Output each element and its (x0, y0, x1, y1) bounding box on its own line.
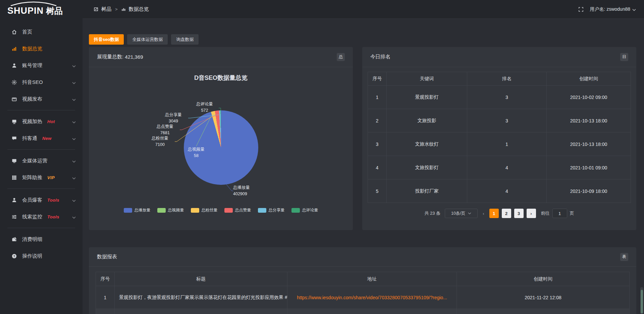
gear-icon (11, 79, 17, 85)
sidebar-item-account[interactable]: 账号管理 (0, 57, 83, 74)
page-size-select[interactable]: 10条/页 (445, 209, 478, 218)
legend-item-plays[interactable]: 总播放量 (124, 207, 151, 213)
report-panel-header: 数据报表 表 (89, 247, 636, 267)
main-content: 抖音seo数据 全媒体运营数据 询盘数据 展现量总数: 421,369 总 D音… (83, 19, 644, 314)
sidebar-item-clue-monitor[interactable]: 线索监控 Tools (0, 208, 83, 225)
legend-item-likes[interactable]: 总点赞量 (224, 207, 251, 213)
goto-page: 前往 页 (541, 209, 574, 218)
sidebar-item-label: 抖音SEO (22, 79, 43, 86)
sidebar-item-consumption-detail[interactable]: 消费明细 (0, 231, 83, 248)
page-button-3[interactable]: 3 (514, 209, 524, 218)
table-row[interactable]: 5投影灯厂家42021-10-09 18:00 (368, 179, 631, 203)
sidebar-item-label: 数据总览 (22, 46, 42, 52)
sidebar-item-label: 线索监控 (22, 214, 42, 220)
chevron-down-icon (72, 214, 76, 220)
sidebar-item-label: 首页 (22, 29, 32, 35)
pie-label-likes: 总点赞量 7681 (150, 123, 180, 136)
logo-arc (8, 1, 59, 6)
chart-title: D音SEO数据量总览 (89, 74, 353, 82)
user-icon (11, 62, 17, 68)
total-view-badge[interactable]: 总 (337, 53, 345, 61)
sidebar-item-label: 账号管理 (22, 62, 42, 69)
grid-icon (11, 174, 17, 180)
sidebar-item-doukertong[interactable]: 抖客通 New (0, 130, 83, 147)
sidebar-item-douyin-seo[interactable]: 抖音SEO (0, 74, 83, 91)
table-row[interactable]: 4文旅投影灯42021-10-01 09:00 (368, 156, 631, 179)
sidebar-divider (7, 149, 75, 150)
scrollbar-thumb[interactable] (641, 290, 643, 313)
logo-cjk-text: 树品 (46, 5, 63, 16)
page-button-1[interactable]: 1 (489, 209, 499, 218)
legend-swatch (124, 208, 132, 213)
chevron-down-icon (72, 96, 76, 102)
chart-legend: 总播放量 总视频量 总粉丝量 总点赞量 总分享量 总评论量 (89, 207, 353, 213)
sidebar-item-matrix-boost[interactable]: 矩阵助推 VIP (0, 169, 83, 186)
chevron-down-icon (72, 158, 76, 164)
sidebar-item-label: 全媒体运营 (22, 158, 47, 164)
legend-swatch (191, 208, 199, 213)
goto-page-input[interactable] (552, 209, 567, 218)
table-row[interactable] (96, 309, 630, 314)
sidebar-item-member-baoke[interactable]: 会员爆客 Tools (0, 192, 83, 208)
wallet-icon (11, 236, 17, 242)
pagination: 共 23 条 10条/页 ‹ 1 2 3 › 前往 页 (362, 209, 636, 218)
chevron-down-icon (468, 212, 471, 214)
sidebar-item-media-operation[interactable]: 全媒体运营 (0, 152, 83, 169)
daily-view-badge[interactable]: 日 (620, 53, 628, 61)
table-row[interactable]: 1景观投影灯32021-10-02 09:00 (368, 86, 631, 109)
sidebar-item-data-overview[interactable]: 数据总览 (0, 40, 83, 57)
prev-page-button[interactable]: ‹ (481, 211, 486, 216)
page-button-2[interactable]: 2 (502, 209, 511, 218)
chat-bubble-icon (11, 135, 17, 141)
app-root: SHUPIN 树品 首页 数据总览 账号管理 抖音SEO (0, 0, 644, 314)
ranking-panel: 今日排名 日 序号 关键词 排名 创建时间 (362, 47, 636, 230)
sidebar-item-label: 视频发布 (22, 96, 42, 102)
table-row[interactable]: 2文旅投影32021-10-13 18:00 (368, 109, 631, 133)
chevron-down-icon (72, 136, 76, 141)
pie-label-videos: 总视频量 58 (184, 146, 208, 159)
breadcrumb-separator: > (115, 7, 118, 12)
sidebar-item-label: 视频加热 (22, 118, 42, 125)
impressions-total-label: 展现量总数: (97, 54, 123, 60)
chevron-down-icon (632, 7, 636, 12)
tab-inquiry-data[interactable]: 询盘数据 (171, 34, 199, 45)
breadcrumb-item-current: 数据总览 (129, 6, 149, 12)
sidebar-item-video-heat[interactable]: 视频加热 Hot (0, 113, 83, 130)
clapperboard-icon (11, 96, 17, 102)
pie-label-plays: 总播放量 402909 (233, 185, 250, 197)
user-menu[interactable]: 用户名: zswodun88 (590, 6, 636, 12)
overview-panel-header: 展现量总数: 421,369 总 (89, 47, 353, 67)
breadcrumb-item-root[interactable]: 树品 (101, 6, 111, 12)
chevron-down-icon (72, 80, 76, 85)
col-keyword: 关键词 (387, 72, 467, 86)
legend-item-shares[interactable]: 总分享量 (258, 207, 285, 213)
col-title: 标题 (115, 272, 287, 286)
app-logo: SHUPIN 树品 (0, 0, 83, 19)
col-url: 地址 (287, 272, 457, 286)
legend-item-comments[interactable]: 总评论量 (291, 207, 318, 213)
pie-label-fans: 总粉丝量 7100 (145, 135, 175, 148)
screen-icon (11, 118, 17, 124)
next-page-button[interactable]: › (527, 209, 536, 218)
table-row[interactable]: 3文旅水纹灯12021-10-13 18:00 (368, 133, 631, 156)
sidebar-item-video-publish[interactable]: 视频发布 (0, 91, 83, 107)
legend-item-videos[interactable]: 总视频量 (157, 207, 184, 213)
sidebar-divider (7, 189, 75, 189)
sidebar-item-label: 会员爆客 (22, 197, 42, 203)
top-panels-row: 展现量总数: 421,369 总 D音SEO数据量总览 (89, 47, 636, 230)
sidebar-item-home[interactable]: 首页 (0, 23, 83, 40)
tab-media-operation-data[interactable]: 全媒体运营数据 (127, 34, 168, 45)
user-label: 用户名: zswodun88 (590, 6, 630, 12)
legend-item-fans[interactable]: 总粉丝量 (191, 207, 218, 213)
sidebar-divider (7, 110, 75, 110)
monitor-icon (11, 158, 17, 164)
fullscreen-icon[interactable] (578, 7, 584, 12)
report-video-link[interactable]: https://www.iesdouyin.com/share/video/70… (287, 286, 457, 309)
tab-douyin-seo-data[interactable]: 抖音seo数据 (89, 34, 124, 45)
table-row[interactable]: 1 景观投影灯，夜游景观投影灯厂家展示展示落花灯在花园里的灯光投影应用效果 # … (96, 286, 630, 309)
page-unit-label: 页 (570, 210, 574, 216)
edit-square-icon (94, 7, 98, 11)
table-view-badge[interactable]: 表 (620, 253, 628, 261)
sidebar-item-instructions[interactable]: ? 操作说明 (0, 248, 83, 264)
ranking-table: 序号 关键词 排名 创建时间 1景观投影灯32021-10-02 09:00 (368, 72, 631, 203)
